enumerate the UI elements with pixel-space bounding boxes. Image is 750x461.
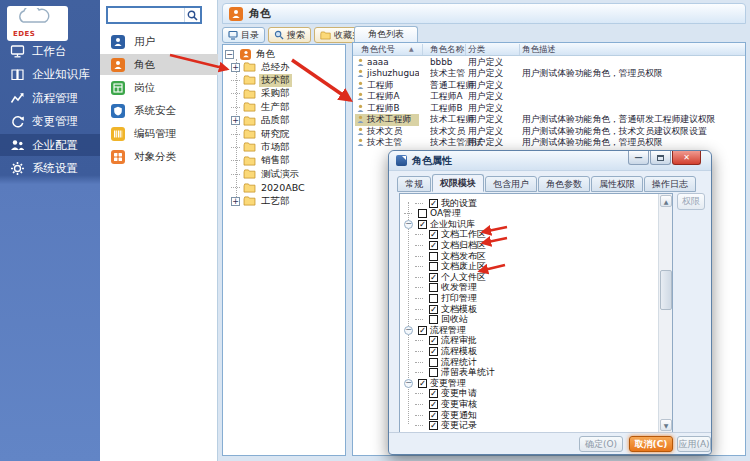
collapse-icon[interactable]: − (404, 379, 413, 388)
tree-node[interactable]: 采购部 (231, 88, 292, 100)
sidebar-item-enterprise-config[interactable]: 企业配置 (0, 134, 100, 156)
permission-checkbox[interactable] (429, 294, 438, 303)
module-item-roles[interactable]: 角色 (100, 54, 218, 75)
column-header-description[interactable]: 角色描述 (522, 44, 556, 56)
scroll-down-icon[interactable]: ▼ (660, 419, 672, 431)
maximize-button[interactable] (650, 151, 671, 165)
tree-node-label[interactable]: 工艺部 (259, 195, 292, 208)
cell-category[interactable]: 用户定义 (468, 103, 518, 115)
column-header-code[interactable]: 角色代号 (361, 44, 395, 56)
cell-category[interactable]: 用户定义 (468, 80, 518, 92)
table-row[interactable]: 技术文员技术文员用户定义用户测试体验功能角色，技术文员建议权限设置 (353, 126, 745, 138)
column-header-category[interactable]: 分类 (468, 44, 485, 56)
cell-role-code[interactable]: 技术文员 (355, 126, 419, 138)
tree-node[interactable]: 2020ABC (231, 182, 307, 194)
tab-attribute-permissions[interactable]: 属性权限 (591, 176, 643, 192)
permission-checkbox[interactable]: ✓ (429, 411, 438, 420)
cancel-button[interactable]: 取消(C) (629, 436, 673, 452)
scrollbar[interactable]: ▲ ▼ (658, 194, 672, 432)
tree-node[interactable]: 测试演示 (231, 168, 301, 180)
cell-description[interactable] (522, 80, 745, 92)
permission-checkbox[interactable]: ✓ (429, 400, 438, 409)
expand-icon[interactable]: + (231, 197, 240, 206)
permission-checkbox[interactable]: ✓ (429, 389, 438, 398)
tab-operation-log[interactable]: 操作日志 (644, 176, 696, 192)
permission-checkbox[interactable]: ✓ (429, 230, 438, 239)
permission-checkbox[interactable] (429, 283, 438, 292)
tree-root[interactable]: − 角色 (225, 48, 277, 60)
tab-directory[interactable]: 目录 (222, 27, 265, 43)
permission-checkbox[interactable]: ✓ (429, 241, 438, 250)
cell-description[interactable]: 用户测试体验功能角色，普通研发工程师建议权限 (522, 114, 745, 126)
module-item-coding[interactable]: 编码管理 (100, 123, 218, 144)
tab-included-users[interactable]: 包含用户 (485, 176, 537, 192)
cell-category[interactable]: 用户定义 (468, 68, 518, 80)
permission-checkbox[interactable] (429, 262, 438, 271)
cell-category[interactable]: 用户定义 (468, 114, 518, 126)
tree-node[interactable]: +总经办 (231, 61, 292, 73)
cell-description[interactable] (522, 57, 745, 69)
permission-button[interactable]: 权限 (677, 193, 705, 210)
tree-node-label[interactable]: 销售部 (259, 154, 292, 167)
tab-role-params[interactable]: 角色参数 (538, 176, 590, 192)
ok-button[interactable]: 确定(O) (579, 436, 623, 452)
sidebar-item-process[interactable]: 流程管理 (0, 87, 100, 109)
expand-icon[interactable]: + (231, 63, 240, 72)
expand-icon[interactable]: + (231, 116, 240, 125)
sidebar-item-system-settings[interactable]: 系统设置 (0, 158, 100, 180)
cell-category[interactable]: 用户定义 (468, 126, 518, 138)
module-item-object-class[interactable]: 对象分类 (100, 146, 218, 167)
tree-node[interactable]: 技术部 (231, 74, 292, 86)
sort-asc-icon[interactable]: ▲ (409, 45, 414, 52)
tab-role-list[interactable]: 角色列表 (354, 26, 418, 42)
scroll-up-icon[interactable]: ▲ (660, 195, 672, 207)
cell-category[interactable]: 用户定义 (468, 137, 518, 149)
permission-checkbox[interactable]: ✓ (429, 273, 438, 282)
tree-node-label[interactable]: 市场部 (259, 141, 292, 154)
tab-search[interactable]: 搜索 (268, 27, 311, 43)
minimize-button[interactable]: — (628, 151, 649, 165)
dialog-titlebar[interactable]: 角色属性 — ✕ (389, 151, 711, 171)
table-row[interactable]: 工程师A工程师A用户定义 (353, 91, 745, 103)
tree-node[interactable]: +工艺部 (231, 195, 292, 207)
table-row[interactable]: jishuzhuguan技术主管用户定义用户测试体验功能角色，管理员权限 (353, 68, 745, 80)
permission-checkbox[interactable] (418, 209, 427, 218)
tree-node-label[interactable]: 测试演示 (259, 168, 301, 181)
cell-role-code[interactable]: 工程师 (355, 80, 419, 92)
permission-checkbox[interactable]: ✓ (429, 347, 438, 356)
permission-checkbox[interactable] (429, 358, 438, 367)
permission-checkbox[interactable]: ✓ (418, 220, 427, 229)
cell-role-code[interactable]: jishuzhuguan (355, 68, 419, 80)
table-row[interactable]: 技术主管技术主管测试用户定义用户测试体验功能角色，管理员权限 (353, 137, 745, 149)
search-input[interactable] (108, 10, 184, 20)
tree-node-label[interactable]: 采购部 (259, 87, 292, 100)
cell-category[interactable]: 用户定义 (468, 91, 518, 103)
tree-node-label[interactable]: 生产部 (259, 101, 292, 114)
table-row[interactable]: 工程师B工程师B用户定义 (353, 103, 745, 115)
cell-description[interactable] (522, 91, 745, 103)
tree-node-label[interactable]: 总经办 (259, 61, 292, 74)
collapse-icon[interactable]: − (225, 50, 234, 59)
cell-role-code[interactable]: 技术工程师 (355, 114, 419, 126)
scrollbar-thumb[interactable] (660, 270, 672, 310)
tree-node-label[interactable]: 2020ABC (259, 182, 307, 193)
cell-description[interactable]: 用户测试体验功能角色，管理员权限 (522, 137, 745, 149)
cell-category[interactable]: 用户定义 (468, 57, 518, 69)
cell-description[interactable] (522, 103, 745, 115)
tab-permission-modules[interactable]: 权限模块 (432, 174, 484, 192)
cell-role-code[interactable]: 技术主管 (355, 137, 419, 149)
permission-checkbox[interactable]: ✓ (429, 421, 438, 430)
search-button[interactable] (184, 8, 200, 22)
permission-checkbox[interactable]: ✓ (429, 336, 438, 345)
tree-node[interactable]: 生产部 (231, 101, 292, 113)
cell-description[interactable]: 用户测试体验功能角色，管理员权限 (522, 68, 745, 80)
close-button[interactable]: ✕ (672, 151, 701, 165)
table-row[interactable]: aaaabbbb用户定义 (353, 57, 745, 69)
table-row[interactable]: 工程师普通工程师用户定义 (353, 80, 745, 92)
tree-node[interactable]: 销售部 (231, 155, 292, 167)
tree-node-label[interactable]: 技术部 (259, 74, 292, 87)
collapse-icon[interactable]: − (404, 220, 413, 229)
sidebar-item-workbench[interactable]: 工作台 (0, 40, 100, 62)
tree-node[interactable]: +品质部 (231, 115, 292, 127)
module-item-posts[interactable]: 岗位 (100, 77, 218, 98)
